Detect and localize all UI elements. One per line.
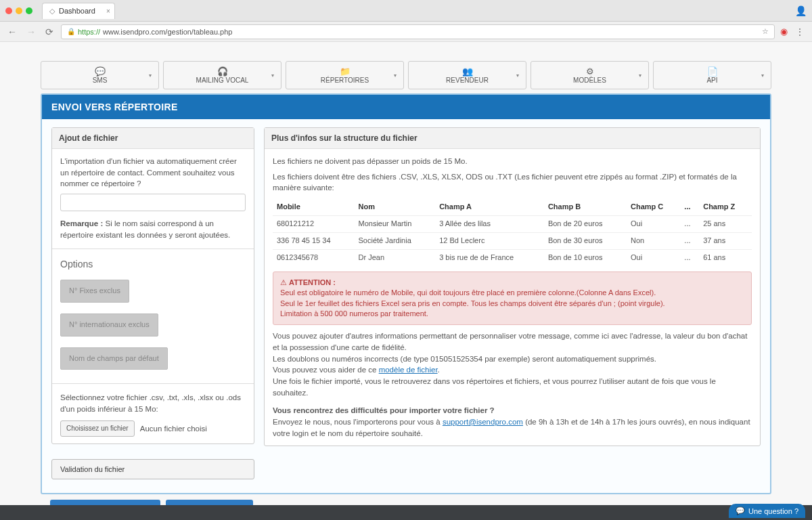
nav-api[interactable]: 📄API▾ bbox=[653, 61, 771, 89]
address-bar[interactable]: 🔒 https:// www.isendpro.com/gestion/tabl… bbox=[61, 24, 775, 39]
template-link[interactable]: modèle de fichier bbox=[379, 366, 438, 374]
close-tab-icon[interactable]: × bbox=[106, 7, 110, 15]
url-scheme: https:// bbox=[78, 28, 100, 36]
profile-icon[interactable]: 👤 bbox=[795, 5, 807, 16]
chevron-down-icon: ▾ bbox=[516, 72, 519, 79]
table-cell: 25 ans bbox=[699, 215, 752, 232]
warning-box: ⚠ ATTENTION : Seul est obligatoire le nu… bbox=[273, 272, 752, 326]
diff-pre: Envoyez le nous, nous l'importerons pour… bbox=[273, 418, 443, 426]
table-cell: 12 Bd Leclerc bbox=[435, 232, 544, 249]
nav-label: REVENDEUR bbox=[446, 77, 489, 84]
table-row: 336 78 45 15 34Société Jardinia12 Bd Lec… bbox=[273, 232, 752, 249]
repertoire-name-input[interactable] bbox=[60, 194, 246, 211]
table-cell: 336 78 45 15 34 bbox=[273, 232, 355, 249]
table-cell: ... bbox=[680, 215, 699, 232]
option-fixes-exclus[interactable]: N° Fixes exclus bbox=[60, 280, 129, 303]
close-window-icon[interactable] bbox=[5, 7, 12, 14]
table-row: 680121212Monsieur Martin3 Allée des lila… bbox=[273, 215, 752, 232]
table-cell: Non bbox=[627, 232, 680, 249]
table-cell: Monsieur Martin bbox=[355, 215, 436, 232]
no-file-label: Aucun fichier choisi bbox=[140, 423, 207, 435]
page-title: ENVOI VERS RÉPERTOIRE bbox=[42, 95, 770, 119]
table-cell: 37 ans bbox=[699, 232, 752, 249]
table-cell: 61 ans bbox=[699, 249, 752, 265]
forward-icon[interactable]: → bbox=[24, 26, 38, 37]
table-cell: Oui bbox=[627, 249, 680, 265]
option-internationaux-exclus[interactable]: N° internationaux exclus bbox=[60, 313, 158, 337]
extension-icon[interactable]: ◉ bbox=[780, 26, 788, 37]
info-p2: Les fichiers doivent être des fichiers .… bbox=[273, 171, 752, 194]
remark: Remarque : Si le nom saisi correspond à … bbox=[60, 218, 246, 240]
maximize-window-icon[interactable] bbox=[26, 7, 32, 14]
table-header: Champ Z bbox=[699, 199, 752, 215]
nav-revendeur[interactable]: 👥REVENDEUR▾ bbox=[408, 61, 526, 89]
nav-label: RÉPERTOIRES bbox=[321, 77, 369, 84]
chat-icon: 💬 bbox=[95, 66, 106, 77]
browser-tab[interactable]: ◇ Dashboard × bbox=[42, 3, 115, 19]
info-title: Plus d'infos sur la structure du fichier bbox=[265, 128, 760, 149]
gear-icon: ⚙ bbox=[586, 66, 594, 77]
table-header: Nom bbox=[355, 199, 436, 215]
reload-icon[interactable]: ⟳ bbox=[43, 26, 55, 37]
table-header: Champ C bbox=[627, 199, 680, 215]
nav-label: API bbox=[706, 77, 717, 84]
chat-widget[interactable]: 💬 Une question ? bbox=[729, 504, 805, 518]
chevron-down-icon: ▾ bbox=[149, 72, 152, 79]
table-header: Mobile bbox=[273, 199, 355, 215]
warn-l2: Seul le 1er feuillet des fichiers Excel … bbox=[280, 299, 744, 309]
choose-file-button[interactable]: Choisissez un fichier bbox=[60, 420, 135, 437]
nav-label: SMS bbox=[93, 77, 108, 84]
info-card: Plus d'infos sur la structure du fichier… bbox=[264, 127, 761, 446]
table-header: ... bbox=[680, 199, 699, 215]
tab-title: Dashboard bbox=[59, 7, 95, 15]
nav-label: MAILING VOCAL bbox=[196, 77, 249, 84]
table-cell: Bon de 20 euros bbox=[544, 215, 627, 232]
tab-favicon: ◇ bbox=[49, 7, 55, 16]
chevron-down-icon: ▾ bbox=[761, 72, 764, 79]
table-cell: 3 bis rue de de France bbox=[435, 249, 544, 265]
options-title: Options bbox=[60, 257, 246, 271]
minimize-window-icon[interactable] bbox=[16, 7, 22, 14]
table-cell: Bon de 10 euros bbox=[544, 249, 627, 265]
back-icon[interactable]: ← bbox=[5, 26, 19, 37]
nav-repertoires[interactable]: 📁RÉPERTOIRES▾ bbox=[286, 61, 404, 89]
url-rest: www.isendpro.com/gestion/tableau.php bbox=[103, 28, 232, 36]
info-p1: Les fichiers ne doivent pas dépasser un … bbox=[273, 156, 752, 167]
document-icon: 📄 bbox=[707, 66, 718, 77]
table-cell: 3 Allée des lilas bbox=[435, 215, 544, 232]
info-p3c: Vous pouvez vous aider de ce modèle de f… bbox=[273, 364, 752, 376]
table-cell: 680121212 bbox=[273, 215, 355, 232]
option-champs-defaut[interactable]: Nom de champs par défaut bbox=[60, 347, 168, 370]
table-cell: Oui bbox=[627, 215, 680, 232]
window-controls bbox=[5, 7, 32, 14]
browser-tab-bar: ◇ Dashboard × 👤 bbox=[0, 0, 812, 22]
nav-mailing-vocal[interactable]: 🎧MAILING VOCAL▾ bbox=[163, 61, 281, 89]
import-text: L'importation d'un fichier va automatiqu… bbox=[60, 156, 246, 190]
support-mail-link[interactable]: support@isendpro.com bbox=[443, 418, 523, 426]
nav-modeles[interactable]: ⚙MODÈLES▾ bbox=[531, 61, 649, 89]
main-panel: ENVOI VERS RÉPERTOIRE Ajout de fichier L… bbox=[41, 93, 771, 494]
footer-bar bbox=[0, 505, 812, 520]
chevron-down-icon: ▾ bbox=[271, 72, 274, 79]
table-header: Champ A bbox=[435, 199, 544, 215]
diff-text: Envoyez le nous, nous l'importerons pour… bbox=[273, 416, 752, 439]
menu-icon[interactable]: ⋮ bbox=[793, 26, 807, 37]
people-icon: 👥 bbox=[462, 66, 473, 77]
top-nav: 💬SMS▾ 🎧MAILING VOCAL▾ 📁RÉPERTOIRES▾ 👥REV… bbox=[41, 61, 771, 89]
info-p3a: Vous pouvez ajouter d'autres information… bbox=[273, 330, 752, 353]
p3c-pre: Vous pouvez vous aider de ce bbox=[273, 366, 379, 374]
address-bar-row: ← → ⟳ 🔒 https:// www.isendpro.com/gestio… bbox=[0, 22, 812, 42]
warn-title: ATTENTION : bbox=[289, 278, 336, 286]
nav-sms[interactable]: 💬SMS▾ bbox=[41, 61, 159, 89]
diff-title: Vous rencontrez des difficultés pour imp… bbox=[273, 406, 495, 414]
info-p3d: Une fois le fichier importé, vous le ret… bbox=[273, 376, 752, 398]
table-cell: 0612345678 bbox=[273, 249, 355, 265]
headset-icon: 🎧 bbox=[217, 66, 228, 77]
table-cell: Dr Jean bbox=[355, 249, 436, 265]
bookmark-star-icon[interactable]: ☆ bbox=[762, 27, 769, 36]
warn-l1: Seul est obligatoire le numéro de Mobile… bbox=[280, 288, 744, 298]
validate-button[interactable]: Validation du fichier bbox=[51, 459, 254, 479]
folder-icon: 📁 bbox=[340, 66, 351, 77]
warn-l3: Limitation à 500 000 numeros par traitem… bbox=[280, 309, 744, 319]
add-file-card: Ajout de fichier L'importation d'un fich… bbox=[51, 127, 254, 444]
